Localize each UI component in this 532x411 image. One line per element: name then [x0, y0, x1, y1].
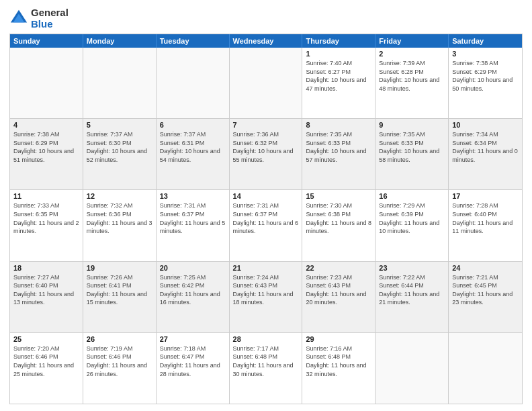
header-day-saturday: Saturday: [449, 34, 522, 48]
calendar-cell: 3Sunrise: 7:38 AM Sunset: 6:29 PM Daylig…: [449, 48, 522, 118]
calendar-cell: 27Sunrise: 7:18 AM Sunset: 6:47 PM Dayli…: [157, 333, 230, 404]
calendar-row-5: 25Sunrise: 7:20 AM Sunset: 6:46 PM Dayli…: [10, 333, 522, 404]
day-info: Sunrise: 7:39 AM Sunset: 6:28 PM Dayligh…: [379, 59, 445, 93]
day-info: Sunrise: 7:36 AM Sunset: 6:32 PM Dayligh…: [233, 130, 299, 164]
calendar-cell: 6Sunrise: 7:37 AM Sunset: 6:31 PM Daylig…: [157, 119, 230, 189]
calendar-cell: 8Sunrise: 7:35 AM Sunset: 6:33 PM Daylig…: [302, 119, 375, 189]
day-number: 18: [13, 264, 79, 272]
day-info: Sunrise: 7:30 AM Sunset: 6:38 PM Dayligh…: [306, 201, 371, 235]
calendar-body: 1Sunrise: 7:40 AM Sunset: 6:27 PM Daylig…: [10, 48, 522, 404]
day-number: 29: [306, 335, 371, 343]
day-number: 3: [452, 50, 519, 58]
day-info: Sunrise: 7:25 AM Sunset: 6:42 PM Dayligh…: [160, 273, 226, 307]
day-number: 26: [87, 335, 152, 343]
calendar-cell: [230, 48, 303, 118]
day-number: 24: [452, 264, 519, 272]
day-number: 12: [87, 192, 152, 200]
day-number: 13: [160, 192, 226, 200]
calendar-cell: 17Sunrise: 7:28 AM Sunset: 6:40 PM Dayli…: [449, 190, 522, 261]
day-number: 15: [306, 192, 371, 200]
day-info: Sunrise: 7:28 AM Sunset: 6:40 PM Dayligh…: [452, 201, 519, 235]
header-day-monday: Monday: [83, 34, 157, 48]
day-number: 27: [160, 335, 226, 343]
day-info: Sunrise: 7:23 AM Sunset: 6:43 PM Dayligh…: [306, 273, 371, 307]
logo-icon: [9, 9, 28, 28]
day-number: 25: [13, 335, 79, 343]
calendar-cell: [83, 48, 157, 118]
calendar-cell: [375, 333, 449, 404]
calendar-header: SundayMondayTuesdayWednesdayThursdayFrid…: [10, 34, 522, 48]
day-number: 16: [379, 192, 445, 200]
calendar-row-4: 18Sunrise: 7:27 AM Sunset: 6:40 PM Dayli…: [10, 262, 522, 333]
calendar-cell: [449, 333, 522, 404]
header-day-friday: Friday: [375, 34, 449, 48]
day-info: Sunrise: 7:29 AM Sunset: 6:39 PM Dayligh…: [379, 201, 445, 235]
header: General Blue: [9, 7, 523, 30]
day-number: 21: [233, 264, 299, 272]
calendar-cell: 20Sunrise: 7:25 AM Sunset: 6:42 PM Dayli…: [157, 262, 230, 332]
calendar-cell: 29Sunrise: 7:16 AM Sunset: 6:48 PM Dayli…: [302, 333, 375, 404]
day-info: Sunrise: 7:38 AM Sunset: 6:29 PM Dayligh…: [13, 130, 79, 164]
logo: General Blue: [9, 7, 69, 30]
header-day-sunday: Sunday: [10, 34, 83, 48]
day-number: 9: [379, 121, 445, 129]
calendar-row-1: 1Sunrise: 7:40 AM Sunset: 6:27 PM Daylig…: [10, 48, 522, 119]
calendar: SundayMondayTuesdayWednesdayThursdayFrid…: [9, 34, 523, 404]
calendar-cell: 24Sunrise: 7:21 AM Sunset: 6:45 PM Dayli…: [449, 262, 522, 332]
calendar-cell: 21Sunrise: 7:24 AM Sunset: 6:43 PM Dayli…: [230, 262, 303, 332]
calendar-row-3: 11Sunrise: 7:33 AM Sunset: 6:35 PM Dayli…: [10, 190, 522, 261]
day-number: 19: [87, 264, 152, 272]
day-number: 11: [13, 192, 79, 200]
day-number: 2: [379, 50, 445, 58]
day-info: Sunrise: 7:27 AM Sunset: 6:40 PM Dayligh…: [13, 273, 79, 307]
day-info: Sunrise: 7:19 AM Sunset: 6:46 PM Dayligh…: [87, 345, 152, 378]
day-info: Sunrise: 7:17 AM Sunset: 6:48 PM Dayligh…: [233, 345, 299, 378]
calendar-cell: 2Sunrise: 7:39 AM Sunset: 6:28 PM Daylig…: [375, 48, 449, 118]
day-info: Sunrise: 7:33 AM Sunset: 6:35 PM Dayligh…: [13, 201, 79, 235]
day-number: 10: [452, 121, 519, 129]
calendar-cell: 26Sunrise: 7:19 AM Sunset: 6:46 PM Dayli…: [83, 333, 157, 404]
calendar-cell: 1Sunrise: 7:40 AM Sunset: 6:27 PM Daylig…: [302, 48, 375, 118]
day-info: Sunrise: 7:20 AM Sunset: 6:46 PM Dayligh…: [13, 345, 79, 378]
calendar-cell: 25Sunrise: 7:20 AM Sunset: 6:46 PM Dayli…: [10, 333, 83, 404]
day-info: Sunrise: 7:16 AM Sunset: 6:48 PM Dayligh…: [306, 345, 371, 378]
calendar-cell: 18Sunrise: 7:27 AM Sunset: 6:40 PM Dayli…: [10, 262, 83, 332]
calendar-cell: 5Sunrise: 7:37 AM Sunset: 6:30 PM Daylig…: [83, 119, 157, 189]
day-info: Sunrise: 7:34 AM Sunset: 6:34 PM Dayligh…: [452, 130, 519, 164]
day-number: 28: [233, 335, 299, 343]
calendar-cell: 9Sunrise: 7:35 AM Sunset: 6:33 PM Daylig…: [375, 119, 449, 189]
calendar-cell: 12Sunrise: 7:32 AM Sunset: 6:36 PM Dayli…: [83, 190, 157, 261]
day-number: 7: [233, 121, 299, 129]
day-info: Sunrise: 7:31 AM Sunset: 6:37 PM Dayligh…: [233, 201, 299, 235]
day-info: Sunrise: 7:18 AM Sunset: 6:47 PM Dayligh…: [160, 345, 226, 378]
logo-text: General Blue: [31, 7, 69, 30]
day-number: 1: [306, 50, 371, 58]
calendar-cell: 4Sunrise: 7:38 AM Sunset: 6:29 PM Daylig…: [10, 119, 83, 189]
calendar-cell: [10, 48, 83, 118]
day-number: 17: [452, 192, 519, 200]
day-info: Sunrise: 7:31 AM Sunset: 6:37 PM Dayligh…: [160, 201, 226, 235]
day-number: 5: [87, 121, 152, 129]
calendar-cell: [157, 48, 230, 118]
calendar-cell: 28Sunrise: 7:17 AM Sunset: 6:48 PM Dayli…: [230, 333, 303, 404]
day-number: 22: [306, 264, 371, 272]
day-info: Sunrise: 7:24 AM Sunset: 6:43 PM Dayligh…: [233, 273, 299, 307]
calendar-cell: 7Sunrise: 7:36 AM Sunset: 6:32 PM Daylig…: [230, 119, 303, 189]
day-number: 8: [306, 121, 371, 129]
day-info: Sunrise: 7:35 AM Sunset: 6:33 PM Dayligh…: [379, 130, 445, 164]
day-number: 4: [13, 121, 79, 129]
header-day-wednesday: Wednesday: [230, 34, 303, 48]
header-day-tuesday: Tuesday: [157, 34, 230, 48]
day-number: 23: [379, 264, 445, 272]
calendar-cell: 19Sunrise: 7:26 AM Sunset: 6:41 PM Dayli…: [83, 262, 157, 332]
calendar-cell: 23Sunrise: 7:22 AM Sunset: 6:44 PM Dayli…: [375, 262, 449, 332]
day-info: Sunrise: 7:21 AM Sunset: 6:45 PM Dayligh…: [452, 273, 519, 307]
day-number: 14: [233, 192, 299, 200]
calendar-cell: 16Sunrise: 7:29 AM Sunset: 6:39 PM Dayli…: [375, 190, 449, 261]
day-info: Sunrise: 7:26 AM Sunset: 6:41 PM Dayligh…: [87, 273, 152, 307]
calendar-row-2: 4Sunrise: 7:38 AM Sunset: 6:29 PM Daylig…: [10, 119, 522, 190]
day-number: 20: [160, 264, 226, 272]
calendar-cell: 15Sunrise: 7:30 AM Sunset: 6:38 PM Dayli…: [302, 190, 375, 261]
day-info: Sunrise: 7:32 AM Sunset: 6:36 PM Dayligh…: [87, 201, 152, 235]
day-info: Sunrise: 7:38 AM Sunset: 6:29 PM Dayligh…: [452, 59, 519, 93]
